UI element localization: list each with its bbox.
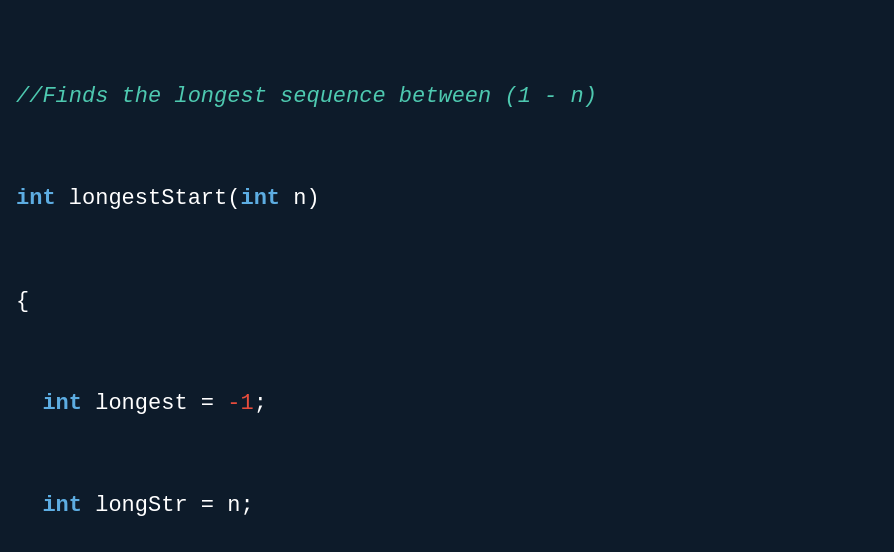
code-line-2: { — [16, 285, 878, 319]
code-line-4: int longStr = n; — [16, 489, 878, 523]
function-name: longestStart( — [56, 186, 241, 211]
keyword-int-param: int — [240, 186, 280, 211]
keyword-int-2: int — [42, 391, 82, 416]
code-line-3: int longest = -1; — [16, 387, 878, 421]
semi-1: ; — [254, 391, 267, 416]
var-longest: longest = — [82, 391, 227, 416]
number-neg1: -1 — [227, 391, 253, 416]
indent-4 — [16, 493, 42, 518]
open-brace-1: { — [16, 289, 29, 314]
comment-text: //Finds the longest sequence between (1 … — [16, 84, 597, 109]
keyword-int-3: int — [42, 493, 82, 518]
var-longstr: longStr = n; — [82, 493, 254, 518]
comment-line: //Finds the longest sequence between (1 … — [16, 80, 878, 114]
indent-3 — [16, 391, 42, 416]
keyword-int: int — [16, 186, 56, 211]
code-line-1: int longestStart(int n) — [16, 182, 878, 216]
code-editor: //Finds the longest sequence between (1 … — [0, 0, 894, 552]
param-n: n) — [280, 186, 320, 211]
